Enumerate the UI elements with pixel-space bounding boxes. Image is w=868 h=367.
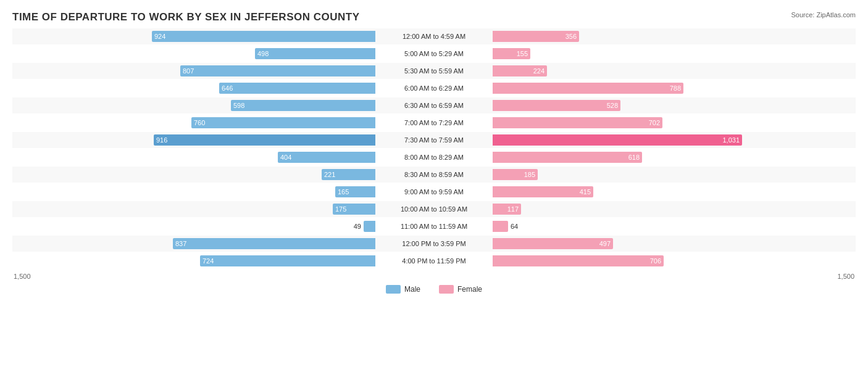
female-bar: 155 xyxy=(493,48,530,59)
male-value: 498 xyxy=(257,50,269,57)
bar-row: 4985:00 AM to 5:29 AM155 xyxy=(12,46,856,62)
male-bar: 646 xyxy=(219,83,375,94)
time-label: 6:30 AM to 6:59 AM xyxy=(375,102,493,109)
female-value: 497 xyxy=(599,240,611,247)
legend-female: Female xyxy=(439,285,482,294)
female-value: 117 xyxy=(507,205,519,213)
female-bar: 706 xyxy=(493,255,664,266)
female-bar: 185 xyxy=(493,169,538,180)
bar-row: 7607:00 AM to 7:29 AM702 xyxy=(12,115,856,131)
male-bar: 165 xyxy=(335,186,375,197)
male-bar: 924 xyxy=(152,31,375,42)
male-value: 404 xyxy=(280,154,291,161)
axis-right: 1,500 xyxy=(837,273,854,280)
source-text: Source: ZipAtlas.com xyxy=(791,11,856,19)
time-label: 5:00 AM to 5:29 AM xyxy=(375,50,493,57)
legend-area: Male Female xyxy=(12,285,856,294)
chart-title: TIME OF DEPARTURE TO WORK BY SEX IN JEFF… xyxy=(12,11,360,23)
female-bar: 1,031 xyxy=(493,134,742,146)
bar-row: 8075:30 AM to 5:59 AM224 xyxy=(12,63,856,79)
male-value: 646 xyxy=(222,85,233,92)
female-value: 415 xyxy=(580,188,591,196)
chart-container: TIME OF DEPARTURE TO WORK BY SEX IN JEFF… xyxy=(0,0,868,312)
female-value: 185 xyxy=(524,171,535,178)
female-bar: 702 xyxy=(493,117,662,128)
bar-row: 92412:00 AM to 4:59 AM356 xyxy=(12,28,856,44)
time-label: 9:00 AM to 9:59 AM xyxy=(375,188,493,196)
bar-row: 9167:30 AM to 7:59 AM1,031 xyxy=(12,132,856,148)
time-label: 8:00 AM to 8:29 AM xyxy=(375,154,493,161)
female-value: 528 xyxy=(607,102,618,109)
male-bar: 916 xyxy=(154,134,375,146)
female-bar: 618 xyxy=(493,152,642,163)
female-bar: 528 xyxy=(493,100,620,111)
male-value: 221 xyxy=(324,171,335,178)
female-value: 788 xyxy=(670,85,681,92)
bar-row: 2218:30 AM to 8:59 AM185 xyxy=(12,167,856,183)
legend-male-label: Male xyxy=(404,285,420,294)
time-label: 8:30 AM to 8:59 AM xyxy=(375,171,493,178)
male-value: 760 xyxy=(194,119,205,126)
bar-row: 17510:00 AM to 10:59 AM117 xyxy=(12,201,856,217)
axis-left: 1,500 xyxy=(14,273,31,280)
male-bar: 724 xyxy=(200,255,375,266)
male-value: 837 xyxy=(175,240,186,247)
female-bar xyxy=(493,221,508,232)
bar-row: 83712:00 PM to 3:59 PM497 xyxy=(12,236,856,252)
female-value: 702 xyxy=(649,119,660,126)
female-bar: 497 xyxy=(493,238,613,249)
time-label: 7:00 AM to 7:29 AM xyxy=(375,119,493,126)
bar-row: 4048:00 AM to 8:29 AM618 xyxy=(12,149,856,165)
male-value: 175 xyxy=(335,205,346,213)
male-bar: 221 xyxy=(322,169,375,180)
bar-row: 7244:00 PM to 11:59 PM706 xyxy=(12,253,856,269)
male-bar: 837 xyxy=(173,238,375,249)
time-label: 12:00 PM to 3:59 PM xyxy=(375,240,493,247)
time-label: 4:00 PM to 11:59 PM xyxy=(375,257,493,265)
female-swatch xyxy=(439,285,454,294)
female-bar: 356 xyxy=(493,31,579,42)
female-value: 64 xyxy=(511,223,518,230)
chart-body: 92412:00 AM to 4:59 AM3564985:00 AM to 5… xyxy=(12,28,856,270)
female-value: 618 xyxy=(628,154,640,161)
male-bar: 498 xyxy=(255,48,375,59)
bar-row: 4911:00 AM to 11:59 AM64 xyxy=(12,218,856,234)
time-label: 10:00 AM to 10:59 AM xyxy=(375,205,493,213)
male-value: 916 xyxy=(156,136,167,144)
legend-female-label: Female xyxy=(457,285,482,294)
time-label: 5:30 AM to 5:59 AM xyxy=(375,67,493,75)
female-value: 356 xyxy=(565,33,577,40)
male-value: 807 xyxy=(183,67,194,75)
male-bar xyxy=(364,221,375,232)
female-bar: 415 xyxy=(493,186,593,197)
male-value: 165 xyxy=(338,188,349,196)
male-bar: 807 xyxy=(180,65,375,76)
bar-row: 1659:00 AM to 9:59 AM415 xyxy=(12,184,856,200)
male-bar: 598 xyxy=(231,100,375,111)
bar-row: 5986:30 AM to 6:59 AM528 xyxy=(12,97,856,113)
female-value: 706 xyxy=(650,257,661,265)
female-value: 155 xyxy=(517,50,528,57)
time-label: 12:00 AM to 4:59 AM xyxy=(375,33,493,40)
female-bar: 117 xyxy=(493,204,521,215)
male-value: 49 xyxy=(354,223,361,230)
female-bar: 224 xyxy=(493,65,547,76)
male-value: 924 xyxy=(154,33,165,40)
bar-row: 6466:00 AM to 6:29 AM788 xyxy=(12,80,856,96)
time-label: 11:00 AM to 11:59 AM xyxy=(375,223,493,230)
male-swatch xyxy=(386,285,401,294)
time-label: 7:30 AM to 7:59 AM xyxy=(375,136,493,144)
female-value: 1,031 xyxy=(722,136,740,144)
female-value: 224 xyxy=(533,67,545,75)
axis-labels: 1,500 1,500 xyxy=(12,273,856,280)
male-bar: 404 xyxy=(278,152,375,163)
male-value: 724 xyxy=(202,257,214,265)
male-bar: 175 xyxy=(333,204,375,215)
time-label: 6:00 AM to 6:29 AM xyxy=(375,85,493,92)
male-bar: 760 xyxy=(191,117,375,128)
legend-male: Male xyxy=(386,285,420,294)
male-value: 598 xyxy=(233,102,244,109)
female-bar: 788 xyxy=(493,83,683,94)
